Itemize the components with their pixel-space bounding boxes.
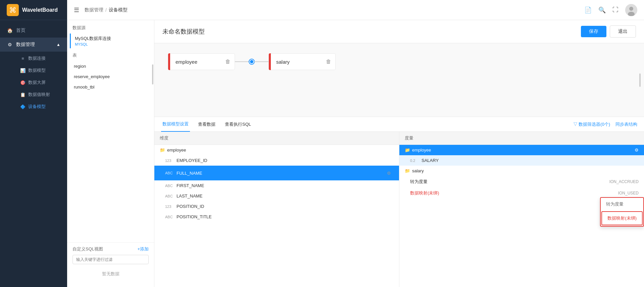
row-gear-full-name[interactable]: ⚙ <box>384 168 394 178</box>
sidebar-item-data-value-mapping[interactable]: 📋 数据值映射 <box>16 89 67 101</box>
data-model-icon: 📊 <box>20 68 26 73</box>
row-name-position-id: POSITION_ID <box>177 204 394 209</box>
sidebar-item-data-connection-label: 数据连接 <box>28 55 46 61</box>
dimension-content: 📁 employee 123 EMPLOYEE_ID ABC FULL_NAME… <box>154 145 399 287</box>
entity-box-salary: salary 🗑 <box>268 53 336 70</box>
svg-point-3 <box>629 7 633 11</box>
measure-row-ion-accrued[interactable]: 转为度量 ION_ACCRUED <box>399 176 644 187</box>
dimension-row-position-title[interactable]: ABC POSITION_TITLE <box>154 212 399 222</box>
data-value-mapping-icon: 📋 <box>20 92 26 97</box>
wavelet-logo-icon: ⌘ <box>7 4 19 16</box>
filter-input[interactable] <box>72 255 149 264</box>
type-badge-last-name: ABC <box>165 194 175 198</box>
document-icon[interactable]: 📄 <box>584 6 592 14</box>
sidebar: ⌘ WaveletBoard 🏠 首页 ⚙ 数据管理 ▲ ≡ 数据连接 📊 数据… <box>0 0 67 287</box>
tab-view-sql[interactable]: 查看执行SQL <box>224 117 252 132</box>
avatar[interactable] <box>625 4 637 16</box>
type-badge-full-name: ABC <box>165 171 175 175</box>
datasource-name: MySQL数据库连接 <box>75 36 146 42</box>
tab-view-data[interactable]: 查看数据 <box>197 117 217 132</box>
entity-delete-salary[interactable]: 🗑 <box>322 59 335 65</box>
topbar-actions: 📄 🔍 ⛶ <box>584 4 637 16</box>
bottom-tabs: 数据模型设置 查看数据 查看执行SQL ▽ 数据筛选器(0个) 同步表结构 <box>154 117 644 132</box>
sidebar-item-data-screen[interactable]: 🎯 数据大屏 <box>16 76 67 89</box>
connector-dot[interactable] <box>249 59 254 64</box>
dimension-group-name: employee <box>167 148 186 153</box>
measure-row-salary[interactable]: 0.2 SALARY <box>399 155 644 166</box>
tab-right-actions: ▽ 数据筛选器(0个) 同步表结构 <box>573 121 638 127</box>
row-name-ion-used: 数据映射(未绑) <box>410 190 616 196</box>
table-item-reserve-employee[interactable]: reserve_employee <box>70 71 151 82</box>
dimension-row-employee-id[interactable]: 123 EMPLOYEE_ID <box>154 155 399 166</box>
device-model-icon: 🔷 <box>20 104 26 109</box>
avatar-svg <box>625 4 637 16</box>
sidebar-nav: 🏠 首页 ⚙ 数据管理 ▲ ≡ 数据连接 📊 数据模型 🎯 数据大屏 📋 数据 <box>0 20 67 287</box>
svg-text:⌘: ⌘ <box>9 6 16 14</box>
sidebar-item-data-management[interactable]: ⚙ 数据管理 ▲ <box>0 38 67 52</box>
home-icon: 🏠 <box>7 28 13 33</box>
canvas-area: employee 🗑 salary 🗑 <box>154 43 644 117</box>
dimension-row-first-name[interactable]: ABC FIRST_NAME <box>154 180 399 191</box>
sidebar-item-data-model[interactable]: 📊 数据模型 <box>16 64 67 76</box>
canvas-scrollbar[interactable] <box>639 73 641 87</box>
row-name-ion-accrued: 转为度量 <box>410 179 607 185</box>
custom-sql-header: 自定义SQL视图 +添加 <box>72 246 149 252</box>
table-item-runoob-tbl[interactable]: runoob_tbl <box>70 82 151 92</box>
dimension-header: 维度 <box>154 132 399 145</box>
sidebar-item-data-connection[interactable]: ≡ 数据连接 <box>16 52 67 64</box>
tab-model-settings[interactable]: 数据模型设置 <box>161 117 190 132</box>
folder-icon: 📁 <box>160 148 165 153</box>
data-table-area: 维度 📁 employee 123 EMPLOYEE_ID A <box>154 132 644 287</box>
measure-group-employee: 📁 employee ⚙ <box>399 145 644 155</box>
row-name-first-name: FIRST_NAME <box>177 183 394 188</box>
custom-sql-section: 自定义SQL视图 +添加 暂无数据 <box>67 242 154 287</box>
measure-group-employee-name: employee <box>412 148 431 153</box>
data-connection-icon: ≡ <box>20 56 26 61</box>
context-menu-convert[interactable]: 转为度量 <box>601 198 643 211</box>
table-item-region[interactable]: region <box>70 61 151 71</box>
filter-action[interactable]: ▽ 数据筛选器(0个) <box>573 121 610 127</box>
add-sql-button[interactable]: +添加 <box>137 246 149 252</box>
sidebar-item-device-model-label: 设备模型 <box>28 104 46 110</box>
entity-delete-employee[interactable]: 🗑 <box>221 59 235 65</box>
topbar: ☰ 数据管理 / 设备模型 📄 🔍 ⛶ <box>67 0 644 20</box>
search-icon[interactable]: 🔍 <box>598 6 606 14</box>
ion-used-suffix: ION_USED <box>618 191 639 195</box>
measure-group-gear[interactable]: ⚙ <box>635 148 639 153</box>
data-management-icon: ⚙ <box>7 42 13 47</box>
table-scrollbar[interactable] <box>152 64 153 84</box>
right-panel: 未命名数据模型 保存 退出 employee 🗑 <box>154 20 644 287</box>
sidebar-item-device-model[interactable]: 🔷 设备模型 <box>16 101 67 113</box>
left-panel: 数据源 MySQL数据库连接 MYSQL 表 region reserve_em… <box>67 20 154 287</box>
sidebar-item-data-management-label: 数据管理 <box>16 42 35 48</box>
type-badge-position-id: 123 <box>165 205 175 209</box>
entity-name-employee: employee <box>170 59 221 65</box>
type-badge-first-name: ABC <box>165 184 175 188</box>
measure-group-salary-name: salary <box>412 168 424 173</box>
dimension-row-position-id[interactable]: 123 POSITION_ID <box>154 201 399 212</box>
breadcrumb-separator: / <box>105 7 107 13</box>
chevron-up-icon: ▲ <box>56 42 60 47</box>
type-badge-salary: 0.2 <box>410 159 419 163</box>
dimension-row-last-name[interactable]: ABC LAST_NAME <box>154 191 399 201</box>
app-name: WaveletBoard <box>22 7 58 13</box>
measure-group-salary: 📁 salary <box>399 166 644 176</box>
entity-box-employee: employee 🗑 <box>168 53 235 70</box>
context-menu: 转为度量 数据映射(未绑) <box>600 197 644 227</box>
dimension-column: 维度 📁 employee 123 EMPLOYEE_ID A <box>154 132 399 287</box>
sidebar-item-home[interactable]: 🏠 首页 <box>0 23 67 38</box>
save-button[interactable]: 保存 <box>581 26 606 37</box>
fullscreen-icon[interactable]: ⛶ <box>612 6 618 13</box>
menu-icon[interactable]: ☰ <box>74 6 79 14</box>
row-name-employee-id: EMPLOYEE_ID <box>177 158 394 163</box>
table-label: 表 <box>67 48 154 61</box>
dimension-row-full-name[interactable]: ABC FULL_NAME ⚙ <box>154 166 399 180</box>
context-menu-data-mapping[interactable]: 数据映射(未绑) <box>601 211 643 225</box>
sidebar-item-data-model-label: 数据模型 <box>28 67 46 73</box>
sync-action[interactable]: 同步表结构 <box>615 121 637 127</box>
exit-button[interactable]: 退出 <box>610 25 636 38</box>
table-list: region reserve_employee runoob_tbl <box>67 61 154 242</box>
content-area: 数据源 MySQL数据库连接 MYSQL 表 region reserve_em… <box>67 20 644 287</box>
row-name-last-name: LAST_NAME <box>177 193 394 198</box>
datasource-item[interactable]: MySQL数据库连接 MYSQL <box>70 34 151 48</box>
